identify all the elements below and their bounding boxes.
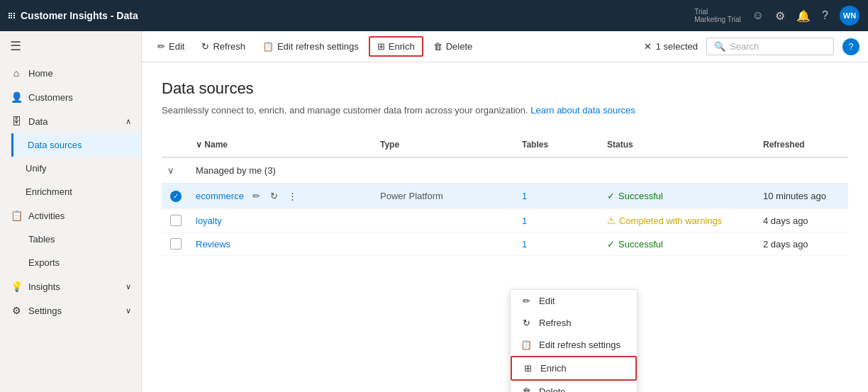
edit-icon: ✏ — [157, 41, 165, 52]
help-circle-icon: ? — [842, 38, 859, 55]
trial-badge: Trial Marketing Trial — [694, 8, 741, 23]
sidebar-item-label: Exports — [28, 257, 60, 268]
enrich-button[interactable]: ⊞ Enrich — [369, 36, 423, 57]
layout: ☰ ⌂ Home 👤 Customers 🗄 Data ∧ Data sourc… — [0, 31, 868, 392]
sidebar-group-label: Insights — [28, 281, 60, 292]
collapse-icon[interactable]: ∨ — [167, 165, 174, 176]
data-icon: 🗄 — [10, 116, 23, 127]
sidebar-item-label: Customers — [28, 92, 73, 103]
col-name: ∨ Name — [190, 137, 374, 152]
status-warn-icon: ⚠ Completed with warnings — [607, 215, 752, 226]
context-menu: ✏ Edit ↻ Refresh 📋 Edit refresh settings… — [510, 289, 638, 392]
row-refreshed: 10 minutes ago — [757, 188, 868, 204]
row-checkbox[interactable] — [170, 215, 182, 226]
help-icon[interactable]: ? — [822, 9, 828, 22]
edit-refresh-icon: 📋 — [262, 41, 274, 52]
table-row: Reviews 1 ✓ Successful 2 days ago — [162, 233, 848, 256]
sidebar-item-data[interactable]: 🗄 Data ∧ — [0, 109, 141, 133]
chevron-up-icon: ∧ — [126, 117, 131, 126]
sidebar-item-label: Data sources — [28, 140, 82, 150]
sidebar-item-insights[interactable]: 💡 Insights ∨ — [0, 274, 141, 298]
refresh-button[interactable]: ↻ Refresh — [194, 38, 252, 55]
row-status: ⚠ Completed with warnings — [601, 213, 757, 229]
table-row: ✓ ecommerce ✏ ↻ ⋮ Power Platform 1 — [162, 184, 848, 209]
content-area: Data sources Seamlessly connect to, enri… — [142, 62, 868, 392]
data-table: ∨ Name Type Tables Status Refreshed ∨ Ma… — [162, 133, 848, 256]
row-more-button[interactable]: ⋮ — [285, 189, 300, 203]
row-tables: 1 — [516, 236, 601, 252]
context-menu-edit[interactable]: ✏ Edit — [511, 290, 637, 312]
close-selection-icon[interactable]: ✕ — [644, 41, 652, 52]
waffle-icon[interactable] — [9, 13, 15, 19]
row-tables: 1 — [516, 188, 601, 204]
context-menu-delete[interactable]: 🗑 Delete — [511, 381, 637, 392]
row-checkbox[interactable]: ✓ — [170, 191, 182, 202]
settings-icon[interactable]: ⚙ — [775, 9, 785, 23]
row-edit-button[interactable]: ✏ — [250, 189, 263, 203]
row-name-link[interactable]: Reviews — [196, 239, 230, 250]
edit-icon: ✏ — [521, 296, 532, 306]
enrich-icon: ⊞ — [522, 363, 533, 374]
search-box[interactable]: 🔍 Search — [706, 38, 834, 55]
toolbar-right: ✕ 1 selected 🔍 Search ? — [644, 38, 859, 55]
row-checkbox[interactable] — [170, 238, 182, 250]
search-icon: 🔍 — [714, 41, 725, 52]
row-refreshed: 4 days ago — [757, 213, 868, 229]
app-title: Customer Insights - Data — [21, 10, 689, 21]
sidebar-item-exports[interactable]: Exports — [0, 251, 141, 274]
row-refreshed: 2 days ago — [757, 236, 868, 252]
delete-button[interactable]: 🗑 Delete — [426, 38, 480, 55]
bell-icon[interactable]: 🔔 — [796, 9, 811, 23]
row-name-link[interactable]: loyalty — [196, 215, 222, 226]
refresh-icon: ↻ — [521, 318, 532, 328]
context-menu-refresh[interactable]: ↻ Refresh — [511, 312, 637, 334]
col-refreshed: Refreshed — [757, 137, 868, 152]
sidebar-item-home[interactable]: ⌂ Home — [0, 61, 141, 85]
row-name-link[interactable]: ecommerce — [196, 191, 244, 201]
table-header: ∨ Name Type Tables Status Refreshed — [162, 133, 848, 158]
learn-link[interactable]: Learn about data sources — [530, 105, 635, 116]
sidebar-item-activities[interactable]: 📋 Activities — [0, 203, 141, 228]
sidebar-sub-data: Data sources Unify Enrichment — [0, 133, 141, 203]
sidebar-item-settings[interactable]: ⚙ Settings ∨ — [0, 298, 141, 323]
sidebar-item-data-sources[interactable]: Data sources — [11, 133, 141, 157]
row-status: ✓ Successful — [601, 188, 757, 204]
home-icon: ⌂ — [10, 67, 23, 79]
context-menu-enrich[interactable]: ⊞ Enrich — [511, 356, 637, 381]
row-status: ✓ Successful — [601, 236, 757, 252]
col-status: Status — [601, 137, 757, 152]
avatar[interactable]: WN — [840, 6, 859, 26]
table-row: loyalty 1 ⚠ Completed with warnings 4 da… — [162, 209, 848, 233]
chevron-down-icon: ∨ — [126, 282, 131, 291]
sidebar-item-customers[interactable]: 👤 Customers — [0, 85, 141, 109]
status-ok-icon: ✓ Successful — [607, 191, 752, 201]
edit-refresh-icon: 📋 — [521, 340, 532, 350]
sort-icon[interactable]: ∨ — [196, 140, 202, 150]
sidebar-item-label: Activities — [28, 211, 65, 221]
delete-icon: 🗑 — [433, 41, 443, 52]
col-tables: Tables — [516, 137, 601, 152]
row-refresh-button[interactable]: ↻ — [267, 189, 281, 203]
delete-icon: 🗑 — [521, 386, 532, 392]
row-type: Power Platform — [374, 188, 516, 204]
page-title: Data sources — [162, 79, 848, 98]
col-type: Type — [374, 137, 516, 152]
status-ok-icon: ✓ Successful — [607, 239, 752, 250]
sidebar-item-tables[interactable]: Tables — [0, 228, 141, 251]
sidebar-toggle[interactable]: ☰ — [0, 31, 141, 61]
row-type — [374, 218, 516, 223]
row-type — [374, 241, 516, 247]
settings-nav-icon: ⚙ — [10, 305, 23, 316]
smiley-icon[interactable]: ☺ — [752, 9, 764, 22]
customers-icon: 👤 — [10, 91, 23, 103]
sidebar-item-label: Tables — [28, 234, 55, 245]
edit-refresh-button[interactable]: 📋 Edit refresh settings — [255, 38, 366, 55]
sidebar-item-label: Unify — [26, 163, 47, 174]
sidebar-item-enrichment[interactable]: Enrichment — [11, 180, 141, 203]
chevron-down-icon: ∨ — [126, 306, 131, 315]
edit-button[interactable]: ✏ Edit — [150, 38, 191, 55]
context-menu-edit-refresh[interactable]: 📋 Edit refresh settings — [511, 334, 637, 356]
row-actions: ✏ ↻ ⋮ — [250, 189, 300, 203]
enrich-icon: ⊞ — [377, 41, 385, 52]
sidebar-item-unify[interactable]: Unify — [11, 157, 141, 180]
